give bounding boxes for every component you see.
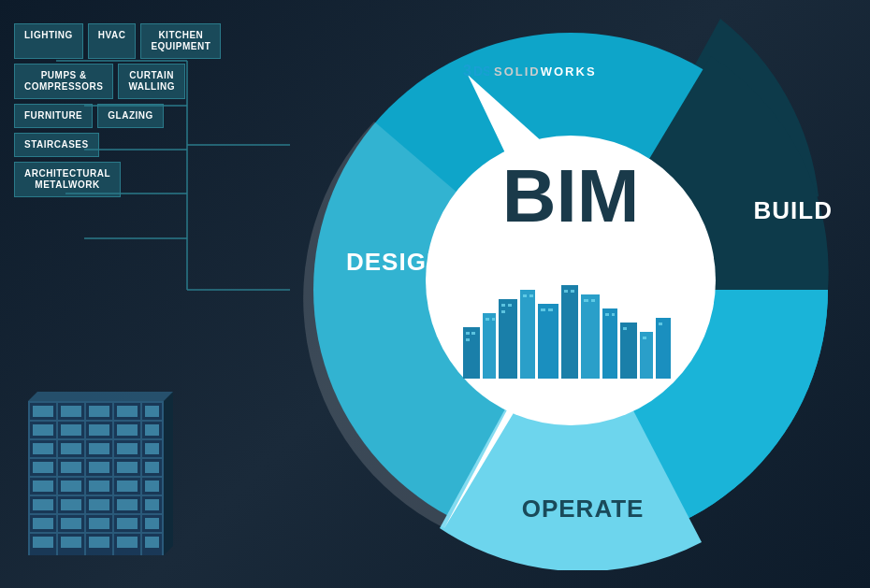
tags-panel: LIGHTING HVAC KITCHENEQUIPMENT PUMPS &CO… bbox=[14, 23, 221, 202]
svg-rect-31 bbox=[529, 294, 533, 297]
svg-rect-52 bbox=[28, 495, 164, 496]
svg-rect-41 bbox=[643, 337, 646, 339]
svg-rect-92 bbox=[61, 518, 81, 529]
tag-row-5: ARCHITECTURALMETALWORK bbox=[14, 162, 221, 197]
svg-rect-84 bbox=[117, 480, 138, 492]
svg-rect-20 bbox=[656, 318, 671, 379]
bim-label: BIM bbox=[502, 159, 640, 234]
hvac-tag: HVAC bbox=[88, 23, 137, 59]
svg-rect-96 bbox=[33, 537, 53, 548]
svg-rect-91 bbox=[33, 518, 53, 529]
svg-rect-49 bbox=[28, 438, 164, 440]
tag-row-2: PUMPS &COMPRESSORS CURTAINWALLING bbox=[14, 64, 221, 99]
tag-row-1: LIGHTING HVAC KITCHENEQUIPMENT bbox=[14, 23, 221, 59]
svg-rect-98 bbox=[89, 537, 109, 548]
svg-rect-75 bbox=[145, 443, 159, 454]
svg-rect-13 bbox=[520, 290, 535, 379]
svg-rect-77 bbox=[61, 462, 81, 473]
svg-rect-50 bbox=[28, 457, 164, 459]
svg-rect-34 bbox=[564, 290, 568, 293]
svg-rect-74 bbox=[117, 443, 138, 454]
operate-label: OPERATE bbox=[522, 495, 645, 523]
svg-rect-59 bbox=[140, 401, 142, 555]
svg-rect-88 bbox=[89, 499, 109, 510]
svg-rect-42 bbox=[659, 323, 662, 325]
bim-center-text: BIM bbox=[502, 159, 640, 234]
svg-text:DS: DS bbox=[473, 64, 489, 79]
svg-rect-97 bbox=[61, 537, 81, 548]
svg-rect-80 bbox=[145, 462, 159, 473]
furniture-tag: FURNITURE bbox=[14, 104, 93, 128]
tag-row-4: STAIRCASES bbox=[14, 133, 221, 157]
lighting-tag: LIGHTING bbox=[14, 23, 83, 59]
svg-rect-55 bbox=[28, 401, 30, 555]
svg-rect-27 bbox=[501, 304, 505, 307]
svg-rect-83 bbox=[89, 480, 109, 492]
svg-rect-39 bbox=[612, 313, 615, 316]
svg-rect-15 bbox=[561, 285, 578, 379]
curtain-walling-tag: CURTAINWALLING bbox=[118, 64, 185, 99]
svg-rect-69 bbox=[117, 424, 138, 436]
svg-rect-95 bbox=[145, 518, 159, 529]
bim-diagram: BIM DESIGN BUILD OPERATE 3 DS SOLIDWORKS bbox=[299, 9, 842, 570]
svg-rect-87 bbox=[61, 499, 81, 510]
bim-svg bbox=[299, 9, 842, 570]
svg-rect-89 bbox=[117, 499, 138, 510]
svg-rect-56 bbox=[56, 401, 58, 555]
svg-rect-70 bbox=[145, 424, 159, 436]
svg-rect-62 bbox=[61, 406, 81, 417]
solidworks-icon: 3 DS bbox=[463, 61, 489, 81]
svg-rect-81 bbox=[33, 480, 53, 492]
solidworks-logo: 3 DS SOLIDWORKS bbox=[463, 61, 597, 81]
build-label: BUILD bbox=[754, 196, 833, 225]
svg-rect-26 bbox=[492, 318, 495, 321]
svg-rect-36 bbox=[584, 299, 588, 302]
svg-rect-14 bbox=[538, 304, 558, 379]
svg-rect-48 bbox=[28, 420, 164, 422]
svg-rect-79 bbox=[117, 462, 138, 473]
svg-rect-99 bbox=[117, 537, 138, 548]
svg-rect-47 bbox=[28, 401, 164, 403]
glazing-tag: GLAZING bbox=[97, 104, 164, 128]
svg-rect-94 bbox=[117, 518, 138, 529]
svg-rect-68 bbox=[89, 424, 109, 436]
svg-rect-90 bbox=[145, 499, 159, 510]
building-svg bbox=[19, 382, 173, 560]
svg-rect-17 bbox=[602, 308, 617, 379]
svg-rect-28 bbox=[508, 304, 512, 307]
staircases-tag: STAIRCASES bbox=[14, 133, 99, 157]
svg-rect-73 bbox=[89, 443, 109, 454]
kitchen-equipment-tag: KITCHENEQUIPMENT bbox=[140, 23, 221, 59]
svg-rect-35 bbox=[571, 290, 574, 293]
solidworks-text: SOLIDWORKS bbox=[494, 65, 597, 79]
svg-rect-33 bbox=[548, 308, 553, 311]
svg-rect-65 bbox=[145, 406, 159, 417]
svg-rect-54 bbox=[28, 532, 164, 534]
svg-rect-22 bbox=[466, 332, 470, 335]
design-label: DESIGN bbox=[346, 248, 445, 277]
svg-rect-86 bbox=[33, 499, 53, 510]
svg-rect-66 bbox=[33, 424, 53, 436]
svg-rect-23 bbox=[471, 332, 475, 335]
svg-rect-24 bbox=[466, 338, 470, 341]
svg-rect-85 bbox=[145, 480, 159, 492]
svg-rect-51 bbox=[28, 476, 164, 478]
svg-rect-57 bbox=[84, 401, 86, 555]
svg-rect-67 bbox=[61, 424, 81, 436]
svg-rect-76 bbox=[33, 462, 53, 473]
svg-rect-71 bbox=[33, 443, 53, 454]
svg-rect-11 bbox=[483, 313, 496, 379]
svg-rect-60 bbox=[162, 401, 164, 555]
svg-marker-101 bbox=[164, 392, 173, 555]
svg-text:3: 3 bbox=[463, 63, 471, 79]
svg-rect-30 bbox=[523, 294, 527, 297]
svg-rect-58 bbox=[112, 401, 114, 555]
svg-rect-64 bbox=[117, 406, 138, 417]
svg-rect-25 bbox=[486, 318, 489, 321]
svg-rect-78 bbox=[89, 462, 109, 473]
svg-rect-82 bbox=[61, 480, 81, 492]
svg-rect-10 bbox=[463, 327, 480, 379]
svg-rect-29 bbox=[501, 310, 505, 313]
svg-rect-16 bbox=[581, 294, 600, 379]
pumps-compressors-tag: PUMPS &COMPRESSORS bbox=[14, 64, 113, 99]
